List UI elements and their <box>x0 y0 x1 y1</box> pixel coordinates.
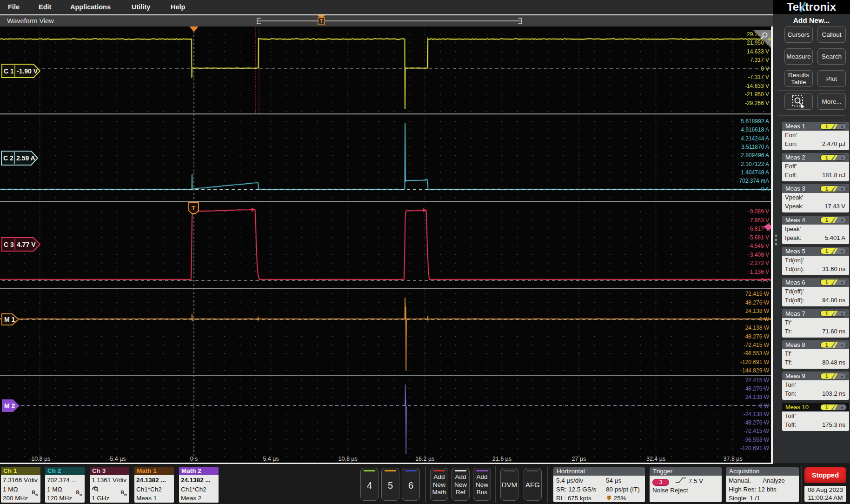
svg-text:M 2: M 2 <box>4 402 15 410</box>
svg-text:-24.138 W: -24.138 W <box>744 411 770 418</box>
svg-text:10.8 µs: 10.8 µs <box>339 456 358 462</box>
svg-text:-120.691 W: -120.691 W <box>740 359 770 365</box>
svg-text:5.4 µs: 5.4 µs <box>263 456 279 462</box>
svg-text:-72.415 W: -72.415 W <box>744 342 770 348</box>
svg-text:0 W: 0 W <box>759 403 770 409</box>
svg-text:C 2: C 2 <box>3 154 13 162</box>
svg-text:48.276 W: 48.276 W <box>745 299 770 306</box>
svg-text:-21.950 V: -21.950 V <box>745 91 769 98</box>
svg-text:16.2 µs: 16.2 µs <box>415 456 434 462</box>
svg-text:48.276 W: 48.276 W <box>745 385 770 392</box>
svg-text:-14.633 V: -14.633 V <box>745 83 769 89</box>
svg-text:-29.266 V: -29.266 V <box>745 100 769 106</box>
svg-text:-7.317 V: -7.317 V <box>748 74 769 80</box>
svg-text:-10.8 µs: -10.8 µs <box>29 456 50 462</box>
svg-text:T: T <box>320 18 323 24</box>
svg-text:1.136 V: 1.136 V <box>750 269 769 275</box>
svg-text:0 W: 0 W <box>759 316 770 323</box>
svg-text:5.618992 A: 5.618992 A <box>741 118 769 125</box>
svg-text:T: T <box>192 205 195 212</box>
svg-text:7.317 V: 7.317 V <box>750 57 769 63</box>
svg-text:2.107122 A: 2.107122 A <box>741 161 769 167</box>
svg-text:7.953 V: 7.953 V <box>750 217 769 224</box>
svg-text:24.138 W: 24.138 W <box>745 308 770 314</box>
svg-text:-5.4 µs: -5.4 µs <box>108 456 126 462</box>
svg-text:-1.90 V: -1.90 V <box>17 67 38 75</box>
svg-text:72.415 W: 72.415 W <box>745 377 770 384</box>
svg-text:1.404748 A: 1.404748 A <box>741 169 769 176</box>
svg-text:72.415 W: 72.415 W <box>745 291 770 297</box>
svg-text:-48.276 W: -48.276 W <box>744 419 770 426</box>
svg-text:27 µs: 27 µs <box>572 456 586 462</box>
svg-text:37.8 µs: 37.8 µs <box>724 456 743 462</box>
svg-text:Tektronix: Tektronix <box>787 0 837 13</box>
svg-text:-24.138 W: -24.138 W <box>744 325 770 331</box>
svg-text:14.633 V: 14.633 V <box>747 48 769 55</box>
svg-text:-144.829 W: -144.829 W <box>740 367 770 374</box>
svg-text:0 V: 0 V <box>761 277 769 284</box>
svg-text:M 1: M 1 <box>4 316 15 323</box>
svg-text:702.374 mA: 702.374 mA <box>739 178 769 184</box>
svg-text:4.214244 A: 4.214244 A <box>741 135 769 142</box>
svg-text:0 V: 0 V <box>761 66 769 72</box>
svg-text:4.545 V: 4.545 V <box>750 243 769 249</box>
svg-text:3.408 V: 3.408 V <box>750 252 769 258</box>
svg-text:24.138 W: 24.138 W <box>745 394 770 400</box>
svg-text:C 1: C 1 <box>4 67 14 75</box>
svg-text:C 3: C 3 <box>4 241 14 248</box>
svg-text:3.511870 A: 3.511870 A <box>741 144 769 150</box>
svg-text:5.681 V: 5.681 V <box>750 234 769 241</box>
svg-text:0 s: 0 s <box>190 456 198 462</box>
svg-text:9.089 V: 9.089 V <box>750 208 769 215</box>
svg-text:21.6 µs: 21.6 µs <box>492 456 511 462</box>
svg-text:-96.553 W: -96.553 W <box>744 350 770 357</box>
svg-text:32.4 µs: 32.4 µs <box>646 456 665 462</box>
svg-text:-72.415 W: -72.415 W <box>744 428 770 434</box>
svg-text:-120.691 W: -120.691 W <box>740 445 770 451</box>
svg-text:4.77 V: 4.77 V <box>17 241 36 248</box>
svg-text:-96.553 W: -96.553 W <box>744 437 770 443</box>
svg-text:2.272 V: 2.272 V <box>750 260 769 266</box>
svg-text:2.59 A: 2.59 A <box>16 154 35 162</box>
svg-text:0 A: 0 A <box>761 186 769 192</box>
svg-text:4.916618 A: 4.916618 A <box>741 126 769 133</box>
svg-text:-48.276 W: -48.276 W <box>744 333 770 340</box>
svg-text:T: T <box>608 496 611 500</box>
svg-text:2.809496 A: 2.809496 A <box>741 152 769 159</box>
